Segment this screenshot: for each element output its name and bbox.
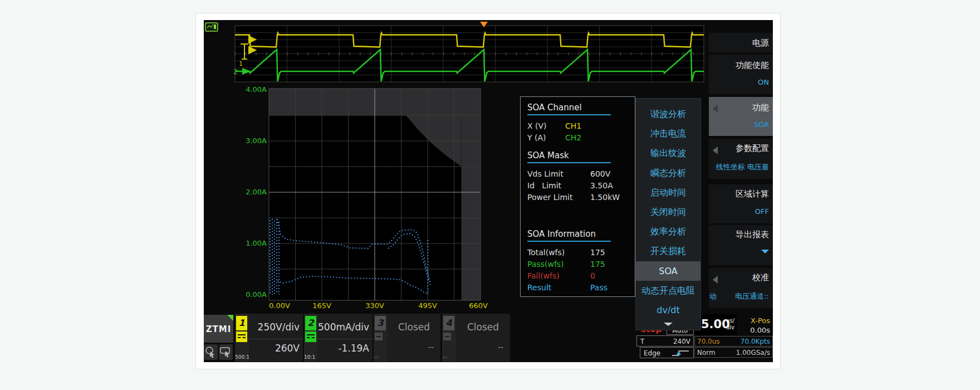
menu-button-export-report[interactable]: 导出报表 [709, 225, 773, 265]
timebase-unit: us/ [726, 318, 734, 324]
oscilloscope-screen: 1 2 4.00A 3.00A 2.00A 1.00A 0.00A 0.00V … [204, 20, 773, 362]
ch3-coupling-icon [375, 333, 383, 340]
ch4-cell[interactable]: Closed -- [456, 314, 510, 362]
ch1-probe-ratio: 500:1 [235, 354, 249, 360]
soa-information-title: SOA Information [527, 229, 596, 239]
xpos-label: X-Pos [737, 316, 770, 325]
ch1-scale: 250V/div [258, 321, 300, 333]
ch4-scale: Closed [467, 321, 499, 333]
menu-button-power[interactable]: 电源 [709, 33, 773, 52]
ch1-marker-label: 1 [239, 60, 243, 67]
pan-button[interactable] [219, 344, 233, 360]
power-limit-label: Power Limit [527, 193, 572, 202]
divider [527, 114, 611, 115]
menu-scroll-down[interactable] [636, 320, 700, 329]
time-window: 70.0us [697, 338, 720, 345]
menu-item-inrush[interactable]: 冲击电流 [636, 124, 700, 143]
corner-triangle [227, 315, 233, 321]
acquisition-mode-row: Norm 1.00GSa/s [694, 347, 773, 358]
ch1-badge: 1 [236, 316, 247, 330]
chevron-left-icon [713, 147, 718, 154]
ch4-probe-ratio: -:- [442, 354, 456, 360]
ch3-badge: 3 [375, 316, 386, 330]
power-limit-value: 1.50kW [590, 193, 620, 202]
brand-logo: ZTMI [204, 315, 233, 343]
sample-rate: 1.00GSa/s [736, 349, 770, 357]
ch2-value: -1.19A [338, 343, 369, 354]
ch3-value: -- [428, 343, 434, 352]
ch4-badge: 4 [443, 316, 454, 330]
soa-x-value: CH1 [565, 121, 581, 130]
ch4-coupling-icon [443, 333, 451, 340]
soa-mask-title: SOA Mask [527, 150, 569, 160]
y-axis-label: 0.00A [242, 290, 267, 299]
menu-item-efficiency[interactable]: 效率分析 [636, 222, 700, 241]
menu-button-area-calc[interactable]: 区域计算 OFF [709, 184, 773, 223]
soa-y-value: CH2 [565, 133, 581, 142]
ch4-value: -- [498, 343, 503, 352]
trigger-level-box[interactable]: T 240V [636, 335, 694, 347]
chevron-left-icon [713, 105, 718, 113]
result-label: Result [527, 283, 551, 292]
menu-button-function[interactable]: 功能 SOA [709, 97, 773, 136]
menu-item-soa[interactable]: SOA [636, 261, 700, 281]
vds-limit-label: Vds Limit [527, 169, 564, 178]
record-length: 70.0Kpts [741, 338, 770, 345]
soa-y-label: Y (A) [527, 133, 546, 142]
y-axis-label: 1.00A [242, 239, 267, 247]
ch3-cell[interactable]: Closed -- [388, 314, 440, 362]
ch2-cell[interactable]: 500mA/div -1.19A [318, 314, 373, 362]
ch2-scale: 500mA/div [318, 321, 369, 333]
menu-item-ripple[interactable]: 输出纹波 [636, 143, 700, 163]
pan-icon [219, 344, 233, 360]
ch2-badge: 2 [305, 316, 316, 330]
chevron-left-icon [713, 276, 718, 284]
result-value: Pass [590, 283, 607, 292]
vds-limit-value: 600V [590, 169, 610, 178]
menu-item-rds-on[interactable]: 动态开点电阻 [636, 281, 700, 300]
menu-item-startup-time[interactable]: 启动时间 [636, 183, 700, 202]
y-axis-label: 3.00A [242, 136, 267, 145]
ch1-probe-column[interactable]: 1 500:1 [235, 314, 249, 362]
soa-x-label: X (V) [527, 121, 547, 130]
ch1-cell[interactable]: 250V/div 260V [249, 314, 303, 362]
trigger-type: Edge [644, 349, 660, 357]
ch2-coupling-icon [305, 332, 316, 342]
menu-button-function-enable[interactable]: 功能使能 ON [709, 55, 773, 94]
function-popup-menu: 谐波分析 冲击电流 输出纹波 瞬态分析 启动时间 关闭时间 效率分析 开关损耗 … [635, 98, 701, 330]
menu-button-calibration[interactable]: 校准 动 电压通道:: [709, 268, 773, 308]
trigger-slope-box[interactable]: Edge [640, 347, 694, 358]
x-axis-label: 660V [465, 301, 492, 310]
divider [527, 162, 611, 163]
ch1-value: 260V [275, 343, 300, 354]
x-axis-label: 495V [414, 301, 441, 310]
soa-info-panel: SOA Channel X (V) CH1 Y (A) CH2 SOA Mask… [520, 96, 635, 297]
ch2-probe-column[interactable]: 2 10:1 [304, 314, 318, 362]
touch-icon [204, 344, 218, 360]
app-window: 1 2 4.00A 3.00A 2.00A 1.00A 0.00A 0.00V … [195, 13, 781, 369]
divider [249, 339, 303, 339]
y-axis-label: 4.00A [242, 85, 267, 94]
total-wfs-label: Total(wfs) [527, 248, 565, 257]
menu-item-dvdt[interactable]: dv/dt [636, 300, 700, 320]
ch3-scale: Closed [398, 321, 430, 333]
chevron-down-icon [664, 323, 673, 326]
rising-edge-icon [671, 349, 690, 357]
ch4-probe-column[interactable]: 4 -:- [442, 314, 456, 362]
acq-mode: Norm [697, 349, 716, 357]
ch3-probe-column[interactable]: 3 -:- [374, 314, 388, 362]
menu-item-switching-loss[interactable]: 开关损耗 [636, 241, 700, 261]
id-limit-value: 3.50A [590, 181, 613, 190]
menu-item-shutdown-time[interactable]: 关闭时间 [636, 202, 700, 222]
id-limit-label: Id Limit [527, 181, 561, 190]
menu-item-harmonic[interactable]: 谐波分析 [636, 104, 700, 124]
menu-item-transient[interactable]: 瞬态分析 [636, 163, 700, 183]
soa-channel-title: SOA Channel [527, 103, 582, 113]
total-wfs-value: 175 [590, 248, 605, 257]
ch3-probe-ratio: -:- [374, 354, 388, 360]
fail-wfs-label: Fail(wfs) [527, 271, 560, 280]
menu-button-parameter-config[interactable]: 参数配置 线性坐标 电压最 [709, 139, 773, 179]
touch-button[interactable] [204, 344, 218, 360]
divider [318, 339, 373, 339]
trigger-source: T [640, 338, 644, 345]
